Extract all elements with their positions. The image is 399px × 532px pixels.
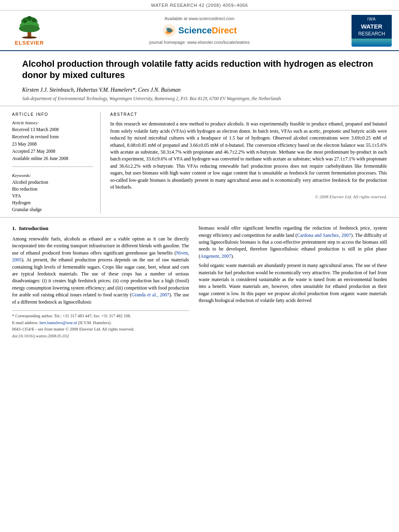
right-column: biomass would offer significant benefits… — [199, 225, 387, 339]
ref-niven: Niven, 2005 — [12, 250, 189, 263]
keywords-block: Keywords: Alcohol production Bio reducti… — [12, 173, 93, 213]
ref-cardona: Cardona and Sanchez, 2007 — [297, 232, 351, 238]
available-at-text: Available at www.sciencedirect.com — [51, 16, 348, 22]
author-hamelers: Hubertus V.M. Hamelers*, — [76, 87, 138, 93]
keyword-2: Bio reduction — [12, 186, 93, 192]
journal-logos-section: ELSEVIER Available at www.sciencedirect.… — [0, 10, 399, 51]
sciencedirect-logo: ScienceDirect — [51, 23, 348, 38]
copyright: © 2008 Elsevier Ltd. All rights reserved… — [110, 194, 387, 200]
elsevier-label: ELSEVIER — [15, 39, 44, 47]
footnote-email-line: E-mail address: bert.hamelers@wur.nl (H.… — [12, 320, 189, 326]
svg-point-5 — [19, 25, 40, 32]
journal-header-bar: WATER RESEARCH 42 (2008) 4059–4066 — [0, 0, 399, 10]
keyword-3: VFA — [12, 193, 93, 199]
footnote-frontmatter: 0043-1354/$ – see front matter © 2008 El… — [12, 327, 189, 333]
svg-point-8 — [27, 16, 31, 21]
science-text: Science — [178, 25, 212, 35]
history-block: Article history: Received 13 March 2008 … — [12, 120, 93, 162]
received-revised-date: 23 May 2008 — [12, 141, 93, 147]
intro-right-paragraph-1: biomass would offer significant benefits… — [199, 225, 387, 260]
abstract-text: In this research we demonstrated a new m… — [110, 121, 387, 191]
wr-waves-decoration — [352, 39, 392, 47]
ref-granda: Granda et al., 2007 — [132, 292, 169, 298]
water-label: WATER — [355, 22, 389, 31]
article-title: Alcohol production through volatile fatt… — [22, 58, 377, 81]
footnote-email-suffix: (H.V.M. Hamelers). — [78, 320, 112, 325]
section-title: Introduction — [19, 225, 48, 231]
keyword-1: Alcohol production — [12, 179, 93, 185]
intro-right-paragraph-2: Solid organic waste materials are abunda… — [199, 262, 387, 304]
abstract-section: ABSTRACT In this research we demonstrate… — [110, 112, 387, 213]
email-context: E-mail address: — [12, 320, 39, 325]
author-steinbusch: Kirsten J.J. Steinbusch, — [22, 87, 76, 93]
direct-text: Direct — [212, 25, 237, 35]
authors-text: Kirsten J.J. Steinbusch, Hubertus V.M. H… — [22, 87, 181, 93]
research-label: RESEARCH — [355, 31, 389, 37]
keyword-5: Granular sludge — [12, 206, 93, 213]
abstract-title: ABSTRACT — [110, 112, 387, 117]
iwa-label: IWA — [355, 16, 389, 22]
keyword-4: Hydrogen — [12, 199, 93, 206]
article-info-abstract: ARTICLE INFO Article history: Received 1… — [0, 106, 399, 218]
history-label: Article history: — [12, 120, 93, 126]
svg-point-7 — [32, 19, 35, 23]
intro-heading: 1. Introduction — [12, 225, 189, 232]
sciencedirect-name: ScienceDirect — [178, 25, 237, 37]
svg-point-1 — [22, 37, 37, 39]
received-revised-label: Received in revised form — [12, 134, 93, 140]
accepted-date: Accepted 27 May 2008 — [12, 148, 93, 154]
keywords-label: Keywords: — [12, 173, 93, 179]
author-buisman: Cees J.N. Buisman — [138, 87, 181, 93]
authors: Kirsten J.J. Steinbusch, Hubertus V.M. H… — [22, 86, 377, 94]
intro-left-paragraph: Among renewable fuels, alcohols as ethan… — [12, 236, 189, 306]
main-content: 1. Introduction Among renewable fuels, a… — [0, 218, 399, 343]
footnote-corresponding: * Corresponding author. Tel.: +31 317 48… — [12, 313, 189, 319]
footnote-doi: doi:10.1016/j.watres.2008.05.032 — [12, 333, 189, 339]
left-column: 1. Introduction Among renewable fuels, a… — [12, 225, 189, 339]
homepage-text: journal homepage: www.elsevier.com/locat… — [51, 39, 348, 45]
page-wrapper: WATER RESEARCH 42 (2008) 4059–4066 — [0, 0, 399, 343]
footnote-section: * Corresponding author. Tel.: +31 317 48… — [12, 310, 189, 339]
footnote-email-link[interactable]: bert.hamelers@wur.nl — [39, 320, 77, 325]
received-date: Received 13 March 2008 — [12, 126, 93, 133]
ref-angenent: Angenent, 2007 — [200, 253, 231, 259]
svg-point-6 — [23, 19, 27, 23]
available-online-date: Available online 26 June 2008 — [12, 155, 93, 162]
water-research-logo: IWA WATER RESEARCH — [348, 15, 392, 47]
elsevier-tree-icon — [13, 14, 45, 39]
article-title-section: Alcohol production through volatile fatt… — [0, 51, 399, 107]
sciencedirect-center: Available at www.sciencedirect.com Scien… — [51, 16, 348, 46]
article-info-title: ARTICLE INFO — [12, 112, 93, 117]
journal-citation: WATER RESEARCH 42 (2008) 4059–4066 — [151, 3, 248, 8]
elsevier-logo: ELSEVIER — [7, 14, 51, 47]
article-info-panel: ARTICLE INFO Article history: Received 1… — [12, 112, 101, 213]
sd-logo-icon — [162, 23, 177, 38]
info-divider — [12, 166, 93, 167]
section-number: 1. — [12, 225, 16, 231]
wr-box: IWA WATER RESEARCH — [352, 15, 392, 39]
affiliation: Sub-department of Environmental Technolo… — [22, 95, 377, 102]
